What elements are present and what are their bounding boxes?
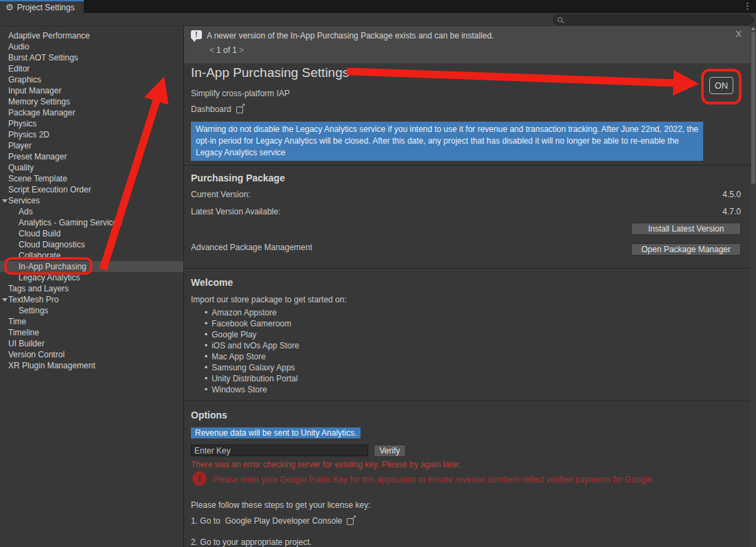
error-info-icon: i [192, 471, 207, 486]
toolbar [0, 13, 756, 26]
sidebar-item-editor[interactable]: Editor [0, 63, 183, 74]
sidebar-item-ui-builder[interactable]: UI Builder [0, 338, 183, 349]
open-package-manager-button[interactable]: Open Package Manager [631, 243, 741, 256]
store-list-item: Amazon Appstore [205, 307, 299, 318]
store-list-item: Samsung Galaxy Apps [205, 362, 299, 373]
sidebar-item-ads[interactable]: Ads [0, 206, 183, 217]
legacy-analytics-warning: Warning do not disable the Legacy Analyt… [191, 122, 703, 161]
search-input[interactable] [566, 16, 737, 24]
pager-count: 1 of 1 [216, 45, 237, 55]
store-list-item: Google Play [205, 329, 299, 340]
sidebar-item-scene-template[interactable]: Scene Template [0, 173, 183, 184]
notification-message: A newer version of the In-App Purchasing… [207, 31, 494, 41]
sidebar-item-in-app-purchasing[interactable]: In-App Purchasing [0, 261, 183, 272]
purchasing-package-heading: Purchasing Package [191, 172, 285, 183]
verify-button[interactable]: Verify [374, 445, 406, 457]
revenue-analytics-note: Revenue data will be sent to Unity Analy… [191, 427, 360, 438]
step1-prefix: 1. Go to [191, 516, 220, 526]
sidebar-item-physics[interactable]: Physics [0, 118, 183, 129]
store-list-item: Unity Distribution Portal [205, 373, 299, 384]
latest-version-label: Latest Version Available: [191, 207, 281, 216]
sidebar-item-physics-2d[interactable]: Physics 2D [0, 129, 183, 140]
close-icon[interactable]: X [735, 29, 742, 39]
sidebar-item-player[interactable]: Player [0, 140, 183, 151]
pager-next-icon[interactable]: > [237, 45, 246, 55]
service-on-toggle[interactable]: ON [709, 77, 733, 94]
sidebar-item-graphics[interactable]: Graphics [0, 74, 183, 85]
current-version-label: Current Version: [191, 190, 251, 199]
install-latest-version-button[interactable]: Install Latest Version [631, 223, 741, 235]
pager-prev-icon[interactable]: < [207, 45, 216, 55]
foldout-triangle-icon[interactable] [2, 298, 8, 302]
options-heading: Options [191, 410, 227, 421]
sidebar-item-collaborate[interactable]: Collaborate [0, 250, 183, 261]
sidebar-item-input-manager[interactable]: Input Manager [0, 85, 183, 96]
settings-content-panel: ! A newer version of the In-App Purchasi… [183, 26, 751, 547]
search-icon [558, 17, 562, 22]
google-key-error-text: Please enter your Google Public Key for … [213, 471, 654, 484]
project-settings-window: ⚙ Project Settings ⋮ Adaptive Performanc… [0, 0, 756, 547]
dashboard-link-label: Dashboard [191, 104, 231, 114]
store-list-item: Facebook Gameroom [205, 318, 299, 329]
advanced-package-management-label: Advanced Package Management [191, 243, 312, 252]
license-step-1: 1. Go to Google Play Developer Console [191, 516, 355, 526]
license-step-2: 2. Go to your appropriate project. [191, 537, 312, 547]
tab-title: Project Settings [17, 3, 75, 12]
tab-project-settings[interactable]: ⚙ Project Settings [0, 0, 84, 13]
section-divider [184, 268, 751, 269]
current-version-value: 4.5.0 [722, 190, 741, 199]
latest-version-value: 4.7.0 [722, 207, 741, 216]
google-key-error-row: i Please enter your Google Public Key fo… [192, 471, 654, 486]
vertical-scrollbar[interactable] [751, 26, 756, 547]
sidebar-item-audio[interactable]: Audio [0, 41, 183, 52]
sidebar-item-timeline[interactable]: Timeline [0, 327, 183, 338]
page-subtitle: Simplify cross-platform IAP [191, 89, 290, 98]
settings-sidebar: Adaptive Performance Audio Burst AOT Set… [0, 27, 183, 547]
section-divider [184, 401, 751, 401]
sidebar-item-preset-manager[interactable]: Preset Manager [0, 151, 183, 162]
sidebar-item-burst-aot-settings[interactable]: Burst AOT Settings [0, 52, 183, 63]
foldout-triangle-icon[interactable] [2, 199, 8, 203]
sidebar-item-package-manager[interactable]: Package Manager [0, 107, 183, 118]
tab-bar: ⚙ Project Settings ⋮ [0, 0, 756, 13]
store-list-item: iOS and tvOs App Store [205, 340, 299, 351]
store-list-item: Mac App Store [205, 351, 299, 362]
welcome-heading: Welcome [191, 277, 233, 288]
server-error-text: There was an error checking server for e… [191, 460, 461, 469]
sidebar-item-services[interactable]: Services [0, 195, 183, 206]
sidebar-item-legacy-analytics[interactable]: Legacy Analytics [0, 272, 183, 283]
sidebar-item-tags-and-layers[interactable]: Tags and Layers [0, 283, 183, 294]
sidebar-item-cloud-build[interactable]: Cloud Build [0, 228, 183, 239]
sidebar-item-script-execution-order[interactable]: Script Execution Order [0, 184, 183, 195]
page-title: In-App Purchasing Settings [191, 65, 349, 80]
sidebar-item-adaptive-performance[interactable]: Adaptive Performance [0, 30, 183, 41]
sidebar-item-quality[interactable]: Quality [0, 162, 183, 173]
scrollbar-thumb[interactable] [751, 32, 755, 184]
welcome-intro: Import our store package to get started … [191, 295, 347, 304]
external-link-icon[interactable] [347, 517, 355, 525]
external-link-icon [236, 105, 244, 113]
sidebar-item-xr-plugin-management[interactable]: XR Plugin Management [0, 360, 183, 371]
dashboard-link[interactable]: Dashboard [191, 104, 244, 114]
scroll-up-icon[interactable] [751, 27, 755, 30]
store-list-item: Windows Store [205, 384, 299, 395]
sidebar-item-memory-settings[interactable]: Memory Settings [0, 96, 183, 107]
sidebar-item-textmesh-pro[interactable]: TextMesh Pro [0, 294, 183, 305]
notification-pager: <1 of 1> [207, 45, 246, 55]
search-box[interactable] [553, 14, 753, 25]
notification-banner: ! A newer version of the In-App Purchasi… [184, 26, 751, 63]
notification-bubble-icon: ! [191, 30, 202, 39]
sidebar-item-version-control[interactable]: Version Control [0, 349, 183, 360]
sidebar-item-cloud-diagnostics[interactable]: Cloud Diagnostics [0, 239, 183, 250]
sidebar-item-analytics-gaming-services[interactable]: Analytics - Gaming Services [0, 217, 183, 228]
section-divider [184, 165, 751, 166]
window-menu-icon[interactable]: ⋮ [743, 1, 752, 11]
google-key-input[interactable] [191, 445, 368, 456]
license-steps-intro: Please follow these steps to get your li… [191, 500, 370, 510]
gear-icon: ⚙ [5, 3, 14, 12]
store-list: Amazon Appstore Facebook Gameroom Google… [205, 307, 299, 395]
sidebar-item-time[interactable]: Time [0, 316, 183, 327]
google-play-console-link[interactable]: Google Play Developer Console [225, 516, 343, 526]
sidebar-item-textmesh-settings[interactable]: Settings [0, 305, 183, 316]
